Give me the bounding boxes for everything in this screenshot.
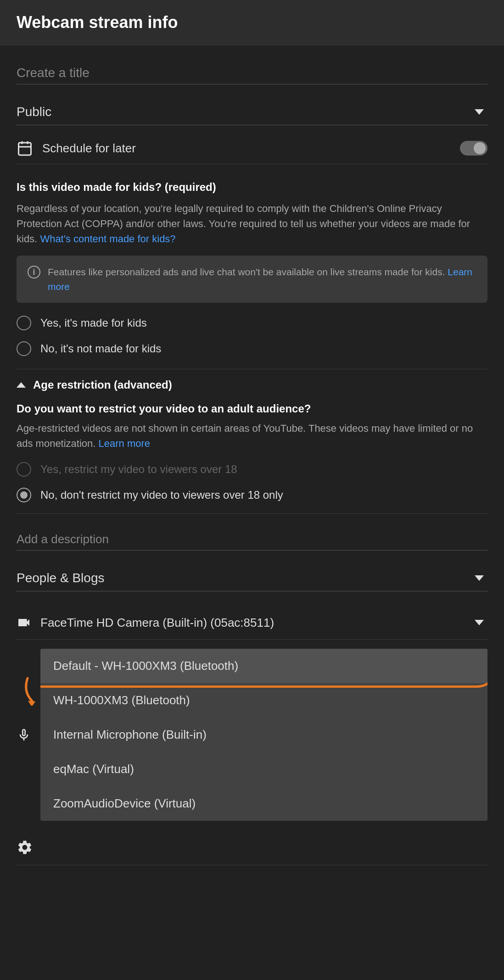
radio-yes-restrict-circle [17,462,31,477]
mic-option-internal-label: Internal Microphone (Built-in) [53,728,207,741]
description-input[interactable] [17,529,487,551]
calendar-icon [17,140,33,156]
camera-icon [17,615,31,630]
kids-info-text-content: Features like personalized ads and live … [48,267,445,277]
content: Public Schedule for later Is this video [0,45,504,882]
schedule-toggle[interactable] [460,141,487,156]
category-value: People & Blogs [17,571,104,585]
mic-option-zoom[interactable]: ZoomAudioDevice (Virtual) [40,786,487,821]
page-title: Webcam stream info [17,13,487,32]
info-circle-icon: i [28,266,40,278]
kids-title: Is this video made for kids? (required) [17,181,487,194]
schedule-label: Schedule for later [42,141,136,156]
age-description: Age-restricted videos are not shown in c… [17,421,487,451]
mic-option-eqmac-label: eqMac (Virtual) [53,762,134,776]
header: Webcam stream info [0,0,504,45]
toggle-knob [474,142,486,154]
radio-no-restrict-circle [17,488,31,502]
mic-selected-item-wrapper: Default - WH-1000XM3 (Bluetooth) [40,649,487,683]
radio-yes-restrict-label: Yes, restrict my video to viewers over 1… [40,463,237,476]
settings-row[interactable] [17,830,487,865]
kids-description: Regardless of your location, you're lega… [17,201,487,246]
radio-no-restrict-label: No, don't restrict my video to viewers o… [40,489,283,501]
age-description-text: Age-restricted videos are not shown in c… [17,423,473,449]
mic-option-default-wh1000xm3[interactable]: Default - WH-1000XM3 (Bluetooth) [40,649,487,683]
radio-yes-kids[interactable]: Yes, it's made for kids [17,316,487,330]
svg-rect-0 [19,143,31,155]
mic-option-internal[interactable]: Internal Microphone (Built-in) [40,718,487,752]
mic-row[interactable]: Default - WH-1000XM3 (Bluetooth) WH-1000… [17,640,487,830]
age-restriction-chevron-icon [17,382,26,388]
camera-chevron-icon [475,620,484,625]
title-input-wrapper [17,62,487,84]
visibility-value: Public [17,105,51,119]
mic-option-default-wh1000xm3-label: Default - WH-1000XM3 (Bluetooth) [53,659,238,673]
age-restriction-title: Age restriction (advanced) [33,379,172,391]
kids-info-text: Features like personalized ads and live … [48,265,476,294]
description-input-wrapper [17,529,487,551]
visibility-dropdown[interactable]: Public [17,99,487,125]
radio-yes-kids-label: Yes, it's made for kids [40,317,147,329]
radio-no-kids-circle [17,341,31,356]
radio-yes-kids-circle [17,316,31,330]
camera-label: FaceTime HD Camera (Built-in) (05ac:8511… [40,616,274,630]
mic-option-wh1000xm3[interactable]: WH-1000XM3 (Bluetooth) [40,683,487,718]
kids-section: Is this video made for kids? (required) … [17,181,487,356]
mic-option-zoom-label: ZoomAudioDevice (Virtual) [53,796,196,810]
age-restriction-body: Do you want to restrict your video to an… [17,402,487,502]
radio-no-kids-label: No, it's not made for kids [40,342,161,355]
visibility-select-display[interactable]: Public [17,105,487,119]
mic-dropdown-container: Default - WH-1000XM3 (Bluetooth) WH-1000… [40,649,487,821]
schedule-left: Schedule for later [17,140,136,156]
gear-icon [17,839,33,856]
svg-marker-4 [28,700,36,706]
mic-option-eqmac[interactable]: eqMac (Virtual) [40,752,487,786]
category-dropdown[interactable]: People & Blogs [17,565,487,591]
camera-row[interactable]: FaceTime HD Camera (Built-in) (05ac:8511… [17,606,487,640]
mic-dropdown-menu: Default - WH-1000XM3 (Bluetooth) WH-1000… [40,649,487,821]
page-container: Webcam stream info Public Schedu [0,0,504,882]
age-question: Do you want to restrict your video to an… [17,402,487,415]
visibility-chevron-icon [475,109,484,115]
category-chevron-icon [475,575,484,581]
camera-left: FaceTime HD Camera (Built-in) (05ac:8511… [17,615,274,630]
age-restriction-header[interactable]: Age restriction (advanced) [17,379,487,391]
age-learn-more-link[interactable]: Learn more [99,438,151,449]
radio-yes-restrict[interactable]: Yes, restrict my video to viewers over 1… [17,462,487,477]
category-select-display[interactable]: People & Blogs [17,571,487,585]
mic-icon [17,728,31,742]
kids-coppa-link[interactable]: What's content made for kids? [40,233,175,245]
divider-1 [17,369,487,369]
radio-no-restrict[interactable]: No, don't restrict my video to viewers o… [17,488,487,502]
schedule-row: Schedule for later [17,140,487,164]
mic-section: Default - WH-1000XM3 (Bluetooth) WH-1000… [17,640,487,865]
radio-no-kids[interactable]: No, it's not made for kids [17,341,487,356]
title-input[interactable] [17,62,487,84]
mic-option-wh1000xm3-label: WH-1000XM3 (Bluetooth) [53,693,190,707]
divider-2 [17,513,487,514]
kids-info-box: i Features like personalized ads and liv… [17,256,487,303]
